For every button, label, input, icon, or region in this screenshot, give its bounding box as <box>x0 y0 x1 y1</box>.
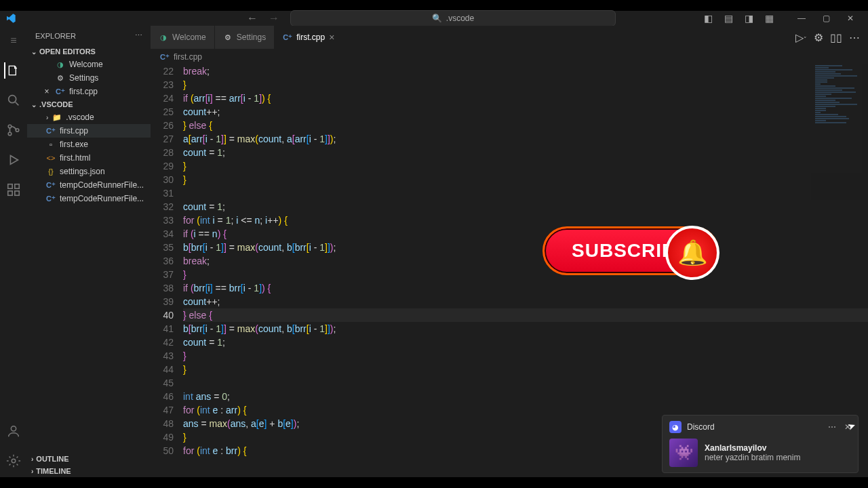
line-number: 49 <box>151 430 174 444</box>
explorer-icon[interactable] <box>4 62 20 79</box>
open-editor-item[interactable]: ×C⁺first.cpp <box>27 85 151 98</box>
nav-forward-button[interactable]: → <box>269 12 279 24</box>
code-line[interactable]: count++; <box>183 105 868 119</box>
code-line[interactable]: b[brr[i - 1]] = max(count, b[brr[i - 1]]… <box>183 241 868 254</box>
discord-app-icon: ◕ <box>669 421 682 433</box>
code-line[interactable]: count++; <box>183 295 868 308</box>
code-line[interactable]: count = 1; <box>183 200 868 214</box>
accounts-icon[interactable] <box>5 423 22 439</box>
code-line[interactable]: } else { <box>183 119 868 132</box>
menu-icon[interactable]: ≡ <box>5 33 22 49</box>
line-number: 40 <box>151 308 174 322</box>
layout-sidebar-left-icon[interactable]: ◧ <box>703 13 713 24</box>
code-line[interactable]: break; <box>183 254 868 268</box>
run-code-button[interactable]: ▷˅ <box>795 31 807 44</box>
file-item[interactable]: C⁺tempCodeRunnerFile... <box>27 178 151 192</box>
code-line[interactable]: } <box>183 268 868 281</box>
file-item[interactable]: C⁺first.cpp <box>27 124 151 138</box>
tab-close-icon[interactable]: × <box>329 32 334 43</box>
bell-icon[interactable]: 🔔 <box>665 226 719 280</box>
code-line[interactable]: } <box>183 363 868 376</box>
code-line[interactable]: int ans = 0; <box>183 390 868 403</box>
open-editor-item[interactable]: ⚙Settings <box>27 71 151 85</box>
code-line[interactable]: } <box>183 78 868 92</box>
file-item[interactable]: <>first.html <box>27 151 151 165</box>
file-item[interactable]: {}settings.json <box>27 165 151 178</box>
more-actions-icon[interactable]: ⋯ <box>849 31 860 44</box>
code-line[interactable] <box>183 186 868 200</box>
code-line[interactable]: } else { <box>183 308 868 322</box>
file-item[interactable]: ▫first.exe <box>27 138 151 151</box>
run-debug-icon[interactable] <box>5 152 22 168</box>
line-number: 46 <box>151 390 174 403</box>
svg-rect-4 <box>8 184 12 188</box>
code-line[interactable]: if (brr[i] == brr[i - 1]) { <box>183 281 868 295</box>
outline-section[interactable]: › OUTLINE <box>27 453 151 465</box>
settings-gear-icon[interactable] <box>5 453 22 469</box>
file-item[interactable]: ›📁.vscode <box>27 110 151 124</box>
line-number: 23 <box>151 78 174 92</box>
file-label: first.exe <box>60 140 88 149</box>
subscribe-overlay[interactable]: SUBSCRIBE 🔔 <box>542 226 719 275</box>
tab-label: first.cpp <box>296 33 325 42</box>
discord-notification[interactable]: ◕ Discord ⋯ ✕ 👾 XanlarIsmayilov neter ya… <box>662 415 859 473</box>
layout-sidebar-right-icon[interactable]: ◨ <box>743 13 754 24</box>
code-line[interactable]: break; <box>183 64 868 78</box>
window-maximize-button[interactable]: ▢ <box>814 9 838 28</box>
line-number: 47 <box>151 403 174 417</box>
file-label: first.html <box>60 153 90 163</box>
code-line[interactable]: } <box>183 349 868 363</box>
line-number: 35 <box>151 241 174 254</box>
file-label: first.cpp <box>60 126 88 136</box>
notification-more-icon[interactable]: ⋯ <box>828 422 836 432</box>
code-line[interactable] <box>183 376 868 390</box>
open-editor-item[interactable]: ◑Welcome <box>27 58 151 71</box>
activity-bar: ≡ <box>0 26 27 477</box>
code-line[interactable]: } <box>183 159 868 173</box>
svg-rect-7 <box>15 191 19 195</box>
search-activity-icon[interactable] <box>5 92 22 108</box>
settings-icon[interactable]: ⚙ <box>814 31 823 44</box>
code-line[interactable]: a[arr[i - 1]] = max(count, a[arr[i - 1]]… <box>183 132 868 146</box>
svg-point-0 <box>9 96 16 103</box>
open-editors-section[interactable]: ⌄ OPEN EDITORS <box>27 45 151 58</box>
layout-panel-icon[interactable]: ▤ <box>723 13 734 24</box>
svg-point-8 <box>11 426 16 431</box>
code-line[interactable]: count = 1; <box>183 146 868 159</box>
file-label: tempCodeRunnerFile... <box>60 194 144 203</box>
window-minimize-button[interactable]: — <box>789 9 814 28</box>
explorer-more-icon[interactable]: ⋯ <box>135 31 142 40</box>
line-number: 39 <box>151 295 174 308</box>
close-icon[interactable]: × <box>42 87 52 96</box>
code-line[interactable]: for (int i = 1; i <= n; i++) { <box>183 214 868 227</box>
vscode-logo-icon <box>5 13 16 24</box>
file-item[interactable]: C⁺tempCodeRunnerFile... <box>27 192 151 205</box>
code-line[interactable]: b[brr[i - 1]] = max(count, b[brr[i - 1]]… <box>183 322 868 336</box>
svg-point-2 <box>8 132 12 136</box>
extensions-icon[interactable] <box>5 182 22 198</box>
editor-tab[interactable]: C⁺first.cpp× <box>275 26 343 49</box>
layout-grid-icon[interactable]: ▦ <box>764 13 774 24</box>
line-number: 44 <box>151 363 174 376</box>
code-line[interactable]: } <box>183 173 868 186</box>
code-line[interactable]: if (i == n) { <box>183 227 868 241</box>
editor-tab[interactable]: ◑Welcome <box>151 26 215 49</box>
line-number: 33 <box>151 214 174 227</box>
tab-label: Settings <box>237 33 266 42</box>
timeline-section[interactable]: › TIMELINE <box>27 465 151 477</box>
breadcrumb[interactable]: C⁺ first.cpp <box>151 49 868 64</box>
line-number: 24 <box>151 92 174 105</box>
split-editor-icon[interactable]: ▯▯ <box>830 31 842 44</box>
code-line[interactable]: if (arr[i] == arr[i - 1]) { <box>183 92 868 105</box>
editor-tab[interactable]: ⚙Settings <box>215 26 275 49</box>
nav-back-button[interactable]: ← <box>247 12 258 24</box>
source-control-icon[interactable] <box>5 122 22 138</box>
code-line[interactable]: count = 1; <box>183 336 868 349</box>
chevron-down-icon: ⌄ <box>31 101 37 108</box>
command-center-search[interactable]: 🔍 .vscode <box>290 10 616 26</box>
line-number: 45 <box>151 376 174 390</box>
discord-avatar: 👾 <box>669 439 698 467</box>
minimap[interactable] <box>811 64 868 200</box>
window-close-button[interactable]: ✕ <box>838 9 863 28</box>
folder-root[interactable]: ⌄ .VSCODE <box>27 98 151 110</box>
